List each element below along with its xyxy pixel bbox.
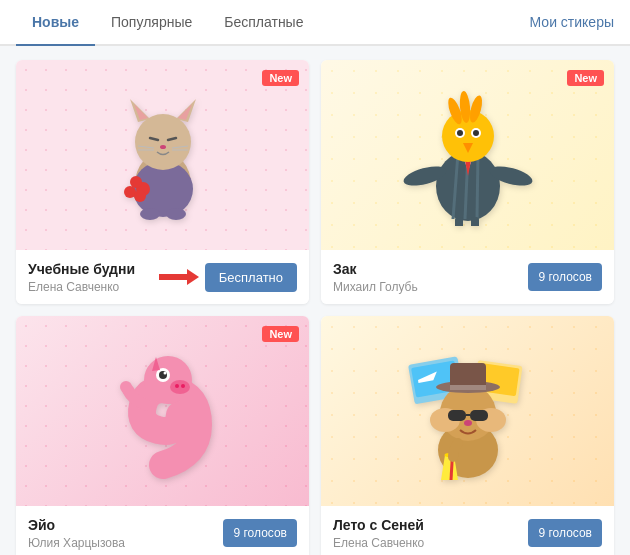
svg-point-63 — [464, 420, 472, 426]
new-badge-zak: New — [567, 70, 604, 86]
my-stickers-link[interactable]: Мои стикеры — [530, 0, 614, 44]
svg-point-48 — [120, 381, 132, 393]
svg-rect-61 — [470, 410, 488, 421]
svg-rect-39 — [471, 217, 479, 226]
card-title-zak: Зак — [333, 260, 518, 278]
tab-free[interactable]: Бесплатные — [208, 0, 319, 46]
card-text-eyo: Эйо Юлия Харцызова — [28, 516, 213, 550]
card-author-uchebnye: Елена Савченко — [28, 280, 149, 294]
new-badge-eyo: New — [262, 326, 299, 342]
card-action-leto: 9 голосов — [528, 519, 602, 547]
sticker-card-zak: New — [321, 60, 614, 304]
sticker-char-uchebnye — [108, 74, 218, 237]
svg-point-43 — [181, 384, 185, 388]
card-text-leto: Лето с Сеней Елена Савченко — [333, 516, 518, 550]
sticker-card-eyo: New — [16, 316, 309, 555]
svg-point-34 — [473, 130, 479, 136]
card-text-zak: Зак Михаил Голубь — [333, 260, 518, 294]
card-title-eyo: Эйо — [28, 516, 213, 534]
svg-point-2 — [135, 114, 191, 170]
card-title-uchebnye: Учебные будни — [28, 260, 149, 278]
svg-rect-59 — [450, 385, 486, 390]
card-info-uchebnye: Учебные будни Елена Савченко Бесплатно — [16, 250, 309, 304]
svg-rect-60 — [448, 410, 466, 421]
svg-point-46 — [163, 371, 166, 374]
free-button-uchebnye[interactable]: Бесплатно — [205, 263, 297, 292]
votes-button-zak[interactable]: 9 голосов — [528, 263, 602, 291]
card-info-leto: Лето с Сеней Елена Савченко 9 голосов — [321, 506, 614, 555]
svg-marker-20 — [159, 269, 199, 285]
card-image-uchebnye: New — [16, 60, 309, 250]
card-title-leto: Лето с Сеней — [333, 516, 518, 534]
new-badge-uchebnye: New — [262, 70, 299, 86]
sticker-card-leto: Лето с Сеней Елена Савченко 9 голосов — [321, 316, 614, 555]
tab-new[interactable]: Новые — [16, 0, 95, 46]
card-author-eyo: Юлия Харцызова — [28, 536, 213, 550]
svg-point-15 — [130, 176, 142, 188]
card-image-zak: New — [321, 60, 614, 250]
card-info-zak: Зак Михаил Голубь 9 голосов — [321, 250, 614, 304]
card-image-leto — [321, 316, 614, 506]
card-author-leto: Елена Савченко — [333, 536, 518, 550]
card-action-eyo: 9 голосов — [223, 519, 297, 547]
card-image-eyo: New — [16, 316, 309, 506]
svg-point-19 — [166, 208, 186, 220]
votes-button-leto[interactable]: 9 голосов — [528, 519, 602, 547]
sticker-char-eyo — [98, 325, 228, 498]
navigation-tabs: Новые Популярные Бесплатные Мои стикеры — [0, 0, 630, 46]
svg-rect-38 — [455, 217, 463, 226]
sticker-char-leto — [403, 325, 533, 498]
svg-point-33 — [457, 130, 463, 136]
sticker-card-uchebnye: New — [16, 60, 309, 304]
sticker-grid: New — [0, 46, 630, 555]
sticker-char-zak — [403, 71, 533, 239]
card-action-zak: 9 голосов — [528, 263, 602, 291]
svg-point-42 — [175, 384, 179, 388]
arrow-icon — [159, 268, 199, 286]
votes-button-eyo[interactable]: 9 голосов — [223, 519, 297, 547]
card-author-zak: Михаил Голубь — [333, 280, 518, 294]
card-text-uchebnye: Учебные будни Елена Савченко — [28, 260, 149, 294]
card-action-uchebnye: Бесплатно — [159, 263, 297, 292]
svg-line-24 — [477, 153, 478, 219]
svg-point-40 — [144, 356, 192, 404]
svg-point-9 — [160, 145, 166, 149]
svg-point-41 — [170, 380, 190, 394]
card-info-eyo: Эйо Юлия Харцызова 9 голосов — [16, 506, 309, 555]
tab-popular[interactable]: Популярные — [95, 0, 208, 46]
svg-point-18 — [140, 208, 160, 220]
svg-point-17 — [134, 190, 146, 202]
